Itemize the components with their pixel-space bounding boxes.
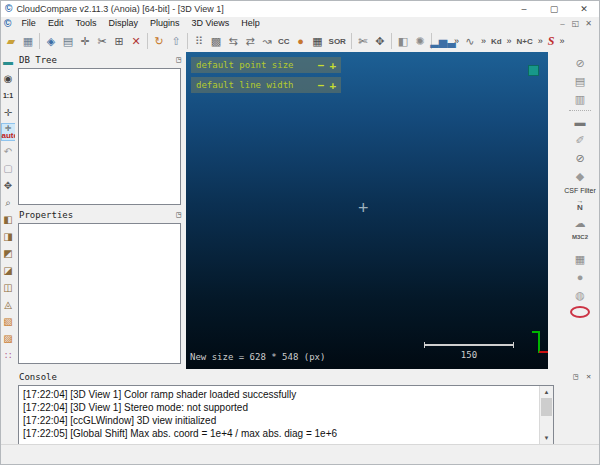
zoom-search-button[interactable]: ⌕ [2,196,15,209]
interactive-transform-button[interactable]: ✥ [372,33,388,50]
zoom-1-1-button[interactable]: 1:1 [2,89,15,102]
back-arrow-button[interactable]: ↶ [2,145,15,158]
point-size-increase-button[interactable]: + [329,59,336,72]
toolbar-overflow-button[interactable]: » [558,33,567,50]
render-screenshot-button[interactable]: ▤ [573,74,588,89]
render-zoom-button[interactable]: ▥ [573,92,588,107]
menu-tools[interactable]: Tools [69,17,102,30]
properties-panel[interactable] [18,223,181,364]
octree-button[interactable]: ▩ [208,33,224,50]
zoom-on-elements-button[interactable]: ◈ [43,33,59,50]
histogram-button[interactable]: ▂▅▃ [435,33,451,50]
menu-edit[interactable]: Edit [42,17,70,30]
auto-pick-rotation-center-button[interactable]: ✛auto [1,123,16,141]
hide-filter-button[interactable]: ⊘ [573,151,588,166]
console-header: Console ◳ ✕ [15,369,595,384]
fit-plane-button[interactable]: ◧ [395,33,411,50]
properties-float-button[interactable]: ◳ [176,210,181,219]
mdi-controls: – ◱ ✕ [556,19,595,28]
open-button[interactable]: ▰ [3,33,19,50]
mdi-close-button[interactable]: ✕ [582,19,595,28]
menu-display[interactable]: Display [102,17,144,30]
delete-button[interactable]: ✕ [128,33,144,50]
view-back-button[interactable]: ◨ [2,230,15,243]
cloud-cloud-distance-button[interactable]: CC [276,33,292,50]
no-filter-button[interactable]: ⊘ [573,56,588,71]
save-button[interactable]: ▦ [20,33,36,50]
console-close-button[interactable]: ✕ [586,372,591,381]
camera-button[interactable]: ◉ [2,72,15,85]
view-top-button[interactable]: ◫ [2,281,15,294]
close-button[interactable]: ✕ [569,1,599,17]
compute-normals-button[interactable]: ✺ [412,33,428,50]
shield-plugin-button[interactable]: ◆ [573,169,588,184]
view-iso1-button[interactable]: ▧ [2,315,15,328]
mdi-minimize-button[interactable]: – [556,19,569,28]
viewport-corner-icon[interactable] [528,65,539,76]
point-size-decrease-button[interactable]: − [318,59,325,72]
menu-plugins[interactable]: Plugins [144,17,186,30]
global-shift-button[interactable]: ⇧ [168,33,184,50]
db-tree-panel[interactable] [18,68,181,205]
subsample-button[interactable]: ⠿ [191,33,207,50]
menu-file[interactable]: File [15,17,42,30]
properties-button[interactable]: ▤ [60,33,76,50]
scroll-up-icon[interactable]: ▲ [540,387,553,397]
normals-curvature-button[interactable]: N+C [515,33,535,50]
line-width-decrease-button[interactable]: − [318,79,325,92]
sra-plugin-button[interactable]: S [546,33,557,50]
console-scrollbar[interactable]: ▲ ▼ [539,386,553,444]
console-log[interactable]: [17:22:04] [3D View 1] Color ramp shader… [18,385,554,445]
view-front-button[interactable]: ◧ [2,213,15,226]
screen-capture-button[interactable]: ▬ [2,55,15,68]
rasterize-button[interactable]: ▦ [310,33,326,50]
menu-3d-views[interactable]: 3D Views [185,17,235,30]
view-right-button[interactable]: ◪ [2,264,15,277]
cross-section-button[interactable]: ✄ [355,33,371,50]
clone-button[interactable]: ↻ [151,33,167,50]
bounding-box-button[interactable]: ▢ [2,162,15,175]
scalar-field-tools-button[interactable]: ∿ [462,33,478,50]
stereo-mode-button[interactable]: ∷ [2,349,15,362]
m3c2-plugin-button[interactable]: M3C2 [572,234,588,249]
translate-rotate-button[interactable]: ⊞ [111,33,127,50]
view-iso2-button[interactable]: ▨ [2,332,15,345]
view-bottom-button[interactable]: ◬ [2,298,15,311]
ellipse-plugin-button[interactable] [570,306,590,318]
register-fine-button[interactable]: ⇄ [242,33,258,50]
line-width-increase-button[interactable]: + [329,79,336,92]
brush-plugin-button[interactable]: ✐ [573,133,588,148]
toolbar-overflow-button[interactable]: » [505,33,514,50]
console-float-button[interactable]: ◳ [573,372,578,381]
menu-help[interactable]: Help [235,17,266,30]
toolbar-overflow-button[interactable]: » [479,33,488,50]
texture-plugin-button[interactable]: ▦ [573,252,588,267]
mdi-restore-button[interactable]: ◱ [569,19,582,28]
scroll-down-icon[interactable]: ▼ [540,433,553,443]
cloud-mesh-distance-button[interactable]: ● [293,33,309,50]
properties-title: Properties [19,210,73,220]
cloud-plugin-button[interactable]: ☁ [573,216,588,231]
toolbar-overflow-button[interactable]: » [452,33,461,50]
3d-viewport[interactable]: default point size − + default line widt… [186,52,548,369]
toolbar-overflow-button[interactable]: » [536,33,545,50]
console-lines: [17:22:04] [3D View 1] Color ramp shader… [19,386,553,440]
animation-plugin-button[interactable]: ▬ [573,115,588,130]
pick-rotation-center-button[interactable]: ✛ [2,106,15,119]
sor-filter-button[interactable]: SOR [327,33,348,50]
segment-button[interactable]: ✂ [94,33,110,50]
maximize-button[interactable]: ▢ [539,1,569,17]
register-point-pairs-button[interactable]: ↝ [259,33,275,50]
pan-view-button[interactable]: ✥ [2,179,15,192]
kd-tree-button[interactable]: Kd [489,33,504,50]
ransac-plugin-button[interactable]: ◍ [573,288,588,303]
view-left-button[interactable]: ◩ [2,247,15,260]
register-rough-button[interactable]: ⇆ [225,33,241,50]
scroll-thumb[interactable] [541,398,552,416]
viewport-size-text: New size = 628 * 548 (px) [190,352,325,362]
minimize-button[interactable]: – [509,1,539,17]
db-tree-float-button[interactable]: ◳ [176,55,181,64]
poisson-plugin-button[interactable]: ● [573,270,588,285]
point-picking-button[interactable]: ✛ [77,33,93,50]
normals-plugin-button[interactable]: →N [577,198,584,213]
